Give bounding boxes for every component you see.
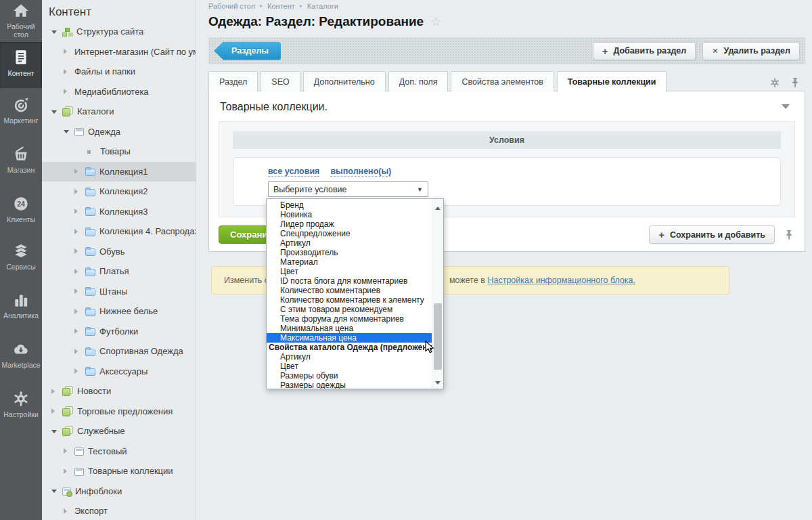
save-and-add-button[interactable]: + Сохранить и добавить bbox=[649, 225, 775, 244]
rail-item-marketplace[interactable]: Marketplace bbox=[0, 341, 42, 380]
tree-item[interactable]: Служебные bbox=[42, 421, 196, 441]
collapse-chevron-icon[interactable] bbox=[782, 104, 790, 113]
scrollbar-thumb[interactable] bbox=[434, 303, 442, 370]
tree-item[interactable]: Аксессуары bbox=[42, 362, 196, 382]
dropdown-scrollbar[interactable] bbox=[432, 199, 443, 389]
dropdown-option[interactable]: Артикул bbox=[267, 352, 432, 362]
rail-item-services[interactable]: Сервисы bbox=[0, 242, 42, 282]
tree-item[interactable]: Платья bbox=[42, 261, 196, 282]
tree-item[interactable]: Товарные коллекции bbox=[42, 461, 196, 481]
dropdown-option[interactable]: Количество комментариев bbox=[267, 286, 432, 295]
dropdown-option[interactable]: Свойства каталога Одежда (предложения) [… bbox=[267, 343, 432, 352]
breadcrumb-catalogs[interactable]: Каталоги bbox=[307, 2, 338, 10]
dropdown-option[interactable]: Тема форума для комментариев bbox=[267, 314, 432, 324]
breadcrumb-desktop[interactable]: Рабочий стол bbox=[208, 2, 255, 10]
rail-item-settings[interactable]: Настройки bbox=[0, 390, 42, 429]
tab[interactable]: Свойства элементов bbox=[451, 71, 554, 91]
tree-item[interactable]: Инфоблоки bbox=[42, 481, 196, 502]
tree-item-label: Медиабиблиотека bbox=[74, 87, 149, 97]
tree-item[interactable]: Тестовый bbox=[42, 441, 196, 462]
dropdown-option[interactable]: Размеры обуви bbox=[267, 371, 432, 381]
tree-item[interactable]: Спортивная Одежда bbox=[42, 341, 196, 362]
tree-item-label: Коллекция 4. Распродажа bbox=[99, 226, 196, 236]
delete-section-button[interactable]: ✕ Удалить раздел bbox=[702, 42, 800, 60]
tree-item[interactable]: Штаны bbox=[42, 282, 196, 302]
breadcrumb-separator-icon: ▸ bbox=[300, 3, 302, 9]
tree-item[interactable]: Торговые предложения bbox=[42, 402, 196, 422]
tree-item[interactable]: Коллекция1 bbox=[42, 162, 196, 182]
tree-expand-arrow-icon bbox=[51, 27, 62, 37]
tree-item[interactable]: Обувь bbox=[42, 242, 196, 262]
rail-item-analytics[interactable]: Аналитика bbox=[0, 291, 42, 330]
tree-item-label: Каталоги bbox=[77, 106, 114, 116]
tab[interactable]: Доп. поля bbox=[388, 71, 449, 91]
tree-node-icon bbox=[85, 349, 95, 356]
favorite-star-icon[interactable]: ☆ bbox=[430, 15, 441, 29]
sidebar-title: Контент bbox=[42, 0, 196, 22]
tab[interactable]: SEO bbox=[261, 71, 300, 91]
scroll-down-arrow-icon[interactable] bbox=[432, 378, 443, 387]
tree-expand-arrow-icon bbox=[74, 189, 85, 194]
fulfilled-link[interactable]: выполнено(ы) bbox=[330, 167, 391, 177]
dropdown-option[interactable]: Максимальная цена bbox=[267, 333, 432, 343]
dropdown-option[interactable]: Бренд bbox=[267, 200, 432, 210]
tree-item[interactable]: Товары bbox=[42, 142, 196, 162]
tree-item-label: Штаны bbox=[99, 286, 127, 297]
tree-item[interactable]: Одежда bbox=[42, 122, 196, 142]
rail-item-marketing[interactable]: Маркетинг bbox=[0, 96, 42, 135]
add-section-button[interactable]: + Добавить раздел bbox=[593, 42, 696, 60]
tree-item-label: Обувь bbox=[99, 246, 125, 257]
tree-item[interactable]: Коллекция 4. Распродажа bbox=[42, 221, 196, 242]
rail-item-shop[interactable]: Магазин bbox=[0, 146, 42, 185]
breadcrumb-content[interactable]: Контент bbox=[267, 2, 295, 10]
tree-item[interactable]: Медиабиблиотека bbox=[42, 82, 196, 102]
rail-item-desktop[interactable]: Рабочий стол bbox=[0, 0, 42, 39]
dropdown-option[interactable]: Лидер продаж bbox=[267, 219, 432, 229]
tree-node-icon bbox=[85, 328, 95, 336]
all-conditions-link[interactable]: все условия bbox=[268, 167, 319, 177]
scroll-up-arrow-icon[interactable] bbox=[432, 200, 443, 210]
tab[interactable]: Раздел bbox=[208, 71, 258, 91]
tab[interactable]: Дополнительно bbox=[303, 71, 386, 91]
dropdown-option[interactable]: Цвет bbox=[267, 267, 432, 276]
tree-item[interactable]: Нижнее белье bbox=[42, 301, 196, 322]
tree-item-label: Аксессуары bbox=[99, 366, 148, 376]
tree-item[interactable]: Структура сайта bbox=[42, 22, 196, 42]
dropdown-option[interactable]: Цвет bbox=[267, 362, 432, 371]
tree-expand-arrow-icon bbox=[51, 486, 62, 496]
back-to-sections-button[interactable]: Разделы bbox=[214, 42, 281, 60]
dropdown-option[interactable]: ID поста блога для комментариев bbox=[267, 276, 432, 286]
tree-item[interactable]: Новости bbox=[42, 381, 196, 402]
dropdown-option[interactable]: Новинка bbox=[267, 210, 432, 219]
infoblock-settings-link[interactable]: Настройках информационного блока. bbox=[487, 276, 635, 285]
tree-expand-arrow-icon bbox=[51, 408, 62, 414]
tree-item[interactable]: Файлы и папки bbox=[42, 62, 196, 82]
tab[interactable]: Товарные коллекции bbox=[557, 71, 667, 92]
gear-icon bbox=[12, 390, 30, 408]
tree-item[interactable]: Интернет-магазин (Сайт по умолчан bbox=[42, 42, 196, 62]
conditions-header: Условия bbox=[233, 131, 781, 149]
dropdown-option[interactable]: Количество комментариев к элементу bbox=[267, 295, 432, 305]
condition-select[interactable]: Выберите условие ▼ bbox=[268, 181, 428, 197]
tree-item[interactable]: Каталоги bbox=[42, 102, 196, 122]
dropdown-option[interactable]: Спецпредложение bbox=[267, 229, 432, 238]
tree-item[interactable]: Коллекция3 bbox=[42, 202, 196, 222]
bitrix-admin-page: Рабочий стол Контент Маркетинг Магазин 2… bbox=[0, 0, 812, 520]
dropdown-option[interactable]: Артикул bbox=[267, 238, 432, 248]
rail-item-content[interactable]: Контент bbox=[0, 42, 42, 88]
dropdown-option[interactable]: С этим товаром рекомендуем bbox=[267, 305, 432, 314]
tree-item[interactable]: Коллекция2 bbox=[42, 181, 196, 202]
home-icon bbox=[12, 2, 30, 20]
tree-list: Структура сайта Интернет-магазин (Сайт п… bbox=[42, 22, 196, 520]
tree-item[interactable]: Футболки bbox=[42, 322, 196, 342]
dropdown-option[interactable]: Минимальная цена bbox=[267, 324, 432, 333]
dropdown-option[interactable]: Размеры одежды bbox=[267, 381, 432, 389]
rail-item-clients[interactable]: 24 Клиенты bbox=[0, 195, 42, 234]
dropdown-option[interactable]: Производитель bbox=[267, 248, 432, 257]
dropdown-option[interactable]: Материал bbox=[267, 257, 432, 267]
pin-icon[interactable] bbox=[784, 230, 794, 240]
form-settings-gear-icon[interactable] bbox=[770, 78, 780, 87]
tree-item[interactable]: Экспорт bbox=[42, 501, 196, 520]
pin-icon[interactable] bbox=[790, 78, 800, 87]
tree-node-icon bbox=[62, 488, 71, 496]
